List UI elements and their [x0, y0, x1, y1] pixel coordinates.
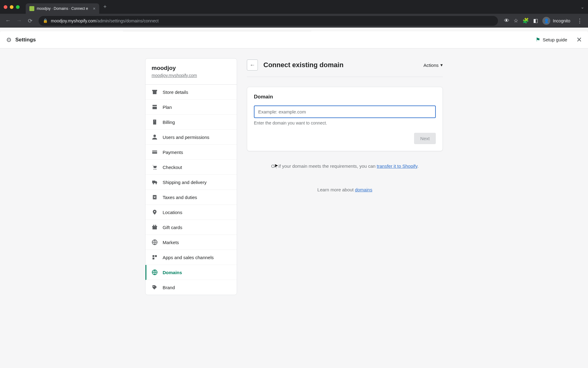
- nav-brand[interactable]: Brand: [145, 280, 237, 295]
- app-root: shopify 🔍 Search RK Ramy Khuffash ⚙ Sett…: [0, 28, 588, 368]
- nav-taxes[interactable]: Taxes and duties: [145, 190, 237, 205]
- lock-icon: 🔒: [43, 18, 48, 23]
- incognito-icon: 👤: [542, 17, 550, 25]
- browser-toolbar: ← → ⟳ 🔒 moodjoy.myshopify.com/admin/sett…: [0, 14, 588, 28]
- svg-rect-13: [155, 255, 157, 257]
- svg-point-0: [153, 135, 156, 137]
- close-tab-button[interactable]: ×: [93, 6, 95, 11]
- page-title: Connect existing domain: [263, 61, 344, 69]
- card-title: Domain: [254, 94, 436, 100]
- billing-icon: [152, 119, 158, 125]
- svg-rect-10: [152, 226, 157, 227]
- svg-point-16: [153, 286, 154, 287]
- chevron-down-icon: ▾: [440, 62, 443, 68]
- extensions-icon[interactable]: 🧩: [522, 17, 529, 24]
- eye-off-icon[interactable]: 👁: [504, 18, 509, 24]
- svg-rect-12: [153, 255, 154, 257]
- domain-input[interactable]: [254, 105, 436, 118]
- tab-overflow-button[interactable]: ⌄: [581, 5, 584, 10]
- gear-icon: ⚙: [6, 36, 12, 44]
- nav-payments[interactable]: Payments: [145, 145, 237, 160]
- nav-markets[interactable]: Markets: [145, 235, 237, 250]
- browser-tab[interactable]: moodjoy · Domains · Connect e ×: [26, 3, 99, 14]
- store-icon: [152, 89, 158, 95]
- transfer-text: Or, if your domain meets the requirement…: [247, 163, 443, 169]
- setup-guide-link[interactable]: ⚑ Setup guide: [536, 36, 567, 43]
- payments-icon: [152, 149, 158, 155]
- nav-locations[interactable]: Locations: [145, 205, 237, 220]
- new-tab-button[interactable]: +: [104, 4, 107, 10]
- browser-menu-button[interactable]: ⋮: [577, 17, 582, 24]
- card-footer: Next: [254, 133, 436, 144]
- actions-dropdown[interactable]: Actions ▾: [424, 62, 443, 68]
- users-icon: [152, 134, 158, 140]
- browser-toolbar-icons: 👁 ☆ 🧩 ◧ 👤 Incognito ⋮: [502, 17, 585, 25]
- bookmark-icon[interactable]: ☆: [514, 17, 518, 24]
- nav-billing[interactable]: Billing: [145, 115, 237, 130]
- nav-gift-cards[interactable]: Gift cards: [145, 220, 237, 235]
- domains-help-link[interactable]: domains: [355, 187, 372, 192]
- settings-nav: Store details Plan Billing Users and per…: [145, 85, 237, 295]
- address-bar[interactable]: 🔒 moodjoy.myshopify.com/admin/settings/d…: [39, 16, 498, 26]
- close-window-button[interactable]: [4, 5, 7, 9]
- taxes-icon: [152, 194, 158, 200]
- store-header: moodjoy moodjoy.myshopify.com: [145, 59, 237, 85]
- transfer-link[interactable]: transfer it to Shopify: [377, 163, 417, 169]
- flag-icon: ⚑: [536, 36, 540, 43]
- markets-icon: [152, 239, 158, 245]
- settings-header: ⚙ Settings ⚑ Setup guide ✕: [0, 31, 588, 48]
- domain-card: Domain Enter the domain you want to conn…: [247, 87, 443, 151]
- maximize-window-button[interactable]: [16, 5, 20, 9]
- tab-title: moodjoy · Domains · Connect e: [37, 6, 88, 11]
- shipping-icon: [152, 179, 158, 185]
- browser-tab-strip: moodjoy · Domains · Connect e × + ⌄: [0, 0, 588, 14]
- nav-apps[interactable]: Apps and sales channels: [145, 250, 237, 265]
- svg-point-5: [153, 183, 154, 184]
- reload-button[interactable]: ⟳: [25, 16, 35, 26]
- learn-more-text: Learn more about domains: [247, 187, 443, 192]
- domain-help-text: Enter the domain you want to connect.: [254, 121, 436, 125]
- nav-shipping[interactable]: Shipping and delivery: [145, 175, 237, 190]
- settings-body: moodjoy moodjoy.myshopify.com Store deta…: [0, 48, 588, 368]
- page-header: ← Connect existing domain Actions ▾: [247, 58, 443, 77]
- incognito-label: Incognito: [553, 18, 570, 23]
- svg-point-4: [156, 169, 156, 170]
- profile-chip[interactable]: 👤 Incognito: [542, 17, 570, 25]
- next-button[interactable]: Next: [414, 133, 436, 144]
- domains-icon: [152, 269, 158, 275]
- store-url-link[interactable]: moodjoy.myshopify.com: [152, 73, 197, 78]
- gift-icon: [152, 224, 158, 230]
- back-button[interactable]: ←: [247, 59, 258, 71]
- svg-rect-9: [153, 227, 157, 229]
- nav-store-details[interactable]: Store details: [145, 85, 237, 100]
- settings-sidebar: moodjoy moodjoy.myshopify.com Store deta…: [145, 58, 237, 295]
- settings-modal: ⚙ Settings ⚑ Setup guide ✕ moodjoy moodj…: [0, 31, 588, 368]
- back-button[interactable]: ←: [3, 16, 13, 26]
- svg-rect-2: [152, 151, 157, 152]
- nav-domains[interactable]: Domains: [145, 265, 237, 280]
- svg-point-6: [156, 183, 157, 184]
- forward-button[interactable]: →: [14, 16, 24, 26]
- svg-point-3: [154, 169, 155, 170]
- side-panel-icon[interactable]: ◧: [533, 17, 538, 24]
- locations-icon: [152, 209, 158, 215]
- apps-icon: [152, 254, 158, 260]
- nav-checkout[interactable]: Checkout: [145, 160, 237, 175]
- svg-rect-14: [153, 258, 154, 259]
- checkout-icon: [152, 164, 158, 170]
- content-area: ← Connect existing domain Actions ▾ Doma…: [247, 58, 443, 358]
- nav-users[interactable]: Users and permissions: [145, 130, 237, 145]
- plan-icon: [152, 104, 158, 110]
- settings-title: Settings: [15, 37, 36, 43]
- close-modal-button[interactable]: ✕: [576, 36, 582, 44]
- minimize-window-button[interactable]: [10, 5, 13, 9]
- setup-guide-label: Setup guide: [543, 37, 567, 42]
- nav-plan[interactable]: Plan: [145, 100, 237, 115]
- actions-label: Actions: [424, 63, 439, 68]
- svg-point-8: [154, 211, 155, 212]
- window-controls: [4, 5, 20, 9]
- store-name: moodjoy: [152, 65, 231, 71]
- url-text: moodjoy.myshopify.com/admin/settings/dom…: [51, 18, 159, 24]
- brand-icon: [152, 284, 158, 290]
- tab-favicon: [29, 6, 34, 11]
